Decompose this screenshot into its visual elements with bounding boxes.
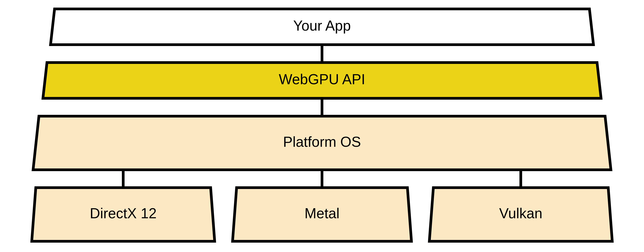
- layer-app: Your App: [50, 9, 594, 45]
- layer-api-label: WebGPU API: [279, 71, 366, 87]
- layer-backend-vulkan: Vulkan: [429, 188, 612, 241]
- layer-app-label: Your App: [293, 18, 350, 34]
- layer-os-label: Platform OS: [283, 134, 361, 150]
- layer-os: Platform OS: [33, 116, 611, 170]
- webgpu-stack-diagram: Your App WebGPU API Platform OS DirectX …: [0, 0, 644, 252]
- backend-metal-label: Metal: [304, 205, 340, 221]
- backend-vulkan-label: Vulkan: [499, 205, 542, 221]
- layer-backend-directx: DirectX 12: [32, 188, 215, 241]
- backend-directx-label: DirectX 12: [90, 205, 157, 221]
- layer-api: WebGPU API: [43, 62, 601, 98]
- diagram-svg: Your App WebGPU API Platform OS DirectX …: [0, 0, 644, 252]
- layer-backend-metal: Metal: [232, 188, 412, 241]
